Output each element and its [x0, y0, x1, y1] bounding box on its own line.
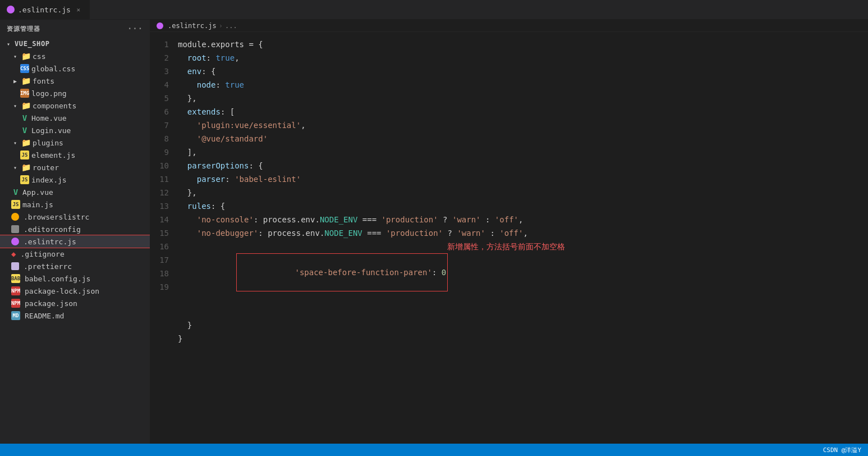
browserslist-icon: [11, 213, 19, 221]
chevron-down-icon: ▾: [11, 102, 19, 110]
sidebar-item-label: components: [33, 102, 76, 110]
sidebar-item-router-index[interactable]: JS index.js: [0, 174, 150, 186]
breadcrumb: .eslintrc.js › ...: [150, 20, 868, 32]
sidebar-more-icon[interactable]: ···: [127, 24, 143, 33]
prettier-icon: [11, 262, 19, 270]
code-line: }: [178, 332, 857, 345]
main-layout: 资源管理器 ··· ▾ VUE_SHOP ▾ 📁 css CSS global.…: [0, 20, 868, 444]
sidebar-item-logo[interactable]: IMG logo.png: [0, 87, 150, 99]
sidebar-item-label: router: [33, 163, 59, 172]
sidebar-item-login-vue[interactable]: V Login.vue: [0, 124, 150, 136]
sidebar-item-label: index.js: [31, 176, 67, 184]
npm-icon: NPM: [11, 299, 20, 308]
code-line: },: [178, 92, 857, 105]
editorconfig-icon: [11, 225, 19, 233]
sidebar-item-label: App.vue: [22, 188, 53, 197]
tabs-bar: .eslintrc.js ✕: [0, 0, 868, 20]
code-line: parserOptions: {: [178, 159, 857, 172]
sidebar-item-router-folder[interactable]: ▾ 📁 router: [0, 161, 150, 174]
js-file-icon: JS: [20, 175, 29, 184]
sidebar-item-main-js[interactable]: JS main.js: [0, 198, 150, 211]
sidebar-header: 资源管理器 ···: [0, 20, 150, 38]
md-icon: MD: [11, 311, 20, 320]
chevron-down-icon: ▾: [4, 40, 12, 48]
breadcrumb-eslint-icon: [157, 22, 163, 29]
status-bar: CSDN @洋溢Y: [0, 444, 868, 456]
sidebar-item-babel-config[interactable]: BAB babel.config.js: [0, 272, 150, 285]
sidebar-item-home-vue[interactable]: V Home.vue: [0, 112, 150, 124]
sidebar-item-label: .eslintrc.js: [24, 238, 76, 246]
sidebar-item-label: main.js: [22, 200, 53, 209]
code-line: 'no-debugger': process.env.NODE_ENV === …: [178, 226, 857, 240]
sidebar-item-editorconfig[interactable]: .editorconfig: [0, 223, 150, 235]
code-line: module.exports = {: [178, 38, 857, 51]
breadcrumb-path: ...: [225, 22, 237, 30]
tab-eslintrc[interactable]: .eslintrc.js ✕: [0, 0, 90, 20]
sidebar-item-label: element.js: [31, 151, 75, 159]
folder-icon: 📁: [21, 163, 30, 172]
code-line: extends: [: [178, 105, 857, 118]
code-line: parser: 'babel-eslint': [178, 172, 857, 186]
root-label: VUE_SHOP: [15, 40, 50, 48]
sidebar-item-label: .gitignore: [20, 250, 64, 258]
sidebar-item-label: README.md: [25, 312, 64, 320]
chevron-down-icon: ▾: [11, 52, 19, 60]
code-content: module.exports = { root: true, env: { no…: [178, 37, 868, 444]
npm-icon: NPM: [11, 286, 20, 295]
sidebar-item-label: package.json: [25, 299, 77, 308]
code-editor[interactable]: 12345 678910 1112131415 16171819 module.…: [150, 32, 868, 444]
sidebar-item-package-json[interactable]: NPM package.json: [0, 297, 150, 309]
vue-file-icon: V: [20, 113, 29, 122]
image-file-icon: IMG: [20, 89, 29, 98]
sidebar: 资源管理器 ··· ▾ VUE_SHOP ▾ 📁 css CSS global.…: [0, 20, 150, 444]
sidebar-item-element-js[interactable]: JS element.js: [0, 149, 150, 161]
sidebar-item-package-lock[interactable]: NPM package-lock.json: [0, 285, 150, 297]
code-line: [178, 345, 857, 359]
code-line: ],: [178, 145, 857, 159]
sidebar-root[interactable]: ▾ VUE_SHOP: [0, 38, 150, 50]
vue-file-icon: V: [20, 126, 29, 135]
git-icon: ◆: [11, 249, 16, 258]
sidebar-item-eslintrc[interactable]: .eslintrc.js: [0, 235, 150, 248]
js-file-icon: JS: [11, 200, 20, 209]
code-line: 'no-console': process.env.NODE_ENV === '…: [178, 213, 857, 226]
vue-file-icon: V: [11, 188, 20, 197]
sidebar-item-label: css: [33, 52, 45, 61]
code-line: 'plugin:vue/essential',: [178, 118, 857, 132]
credit-text: CSDN @洋溢Y: [823, 446, 861, 454]
sidebar-item-readme[interactable]: MD README.md: [0, 309, 150, 322]
folder-icon: 📁: [21, 101, 30, 110]
sidebar-item-label: global.css: [31, 65, 75, 73]
sidebar-item-plugins-folder[interactable]: ▾ 📁 plugins: [0, 136, 150, 149]
sidebar-item-gitignore[interactable]: ◆ .gitignore: [0, 248, 150, 260]
sidebar-item-fonts-folder[interactable]: ▶ 📁 fonts: [0, 75, 150, 87]
sidebar-item-app-vue[interactable]: V App.vue: [0, 186, 150, 198]
sidebar-item-label: package-lock.json: [25, 287, 99, 295]
chevron-right-icon: ▶: [11, 77, 19, 85]
sidebar-item-label: .editorconfig: [24, 225, 81, 234]
code-line: },: [178, 186, 857, 199]
sidebar-item-components-folder[interactable]: ▾ 📁 components: [0, 99, 150, 112]
chevron-down-icon: ▾: [11, 139, 19, 147]
code-line: env: {: [178, 65, 857, 78]
editor-area: .eslintrc.js › ... 12345 678910 11121314…: [150, 20, 868, 444]
sidebar-item-prettierrc[interactable]: .prettierrc: [0, 260, 150, 272]
code-line: rules: {: [178, 199, 857, 213]
sidebar-item-css-folder[interactable]: ▾ 📁 css: [0, 50, 150, 62]
sidebar-item-label: Login.vue: [31, 126, 71, 135]
folder-icon: 📁: [21, 52, 30, 61]
sidebar-item-global-css[interactable]: CSS global.css: [0, 62, 150, 75]
sidebar-item-browserslistrc[interactable]: .browserslistrc: [0, 211, 150, 223]
tab-close-button[interactable]: ✕: [74, 5, 83, 14]
code-line: }: [178, 318, 857, 332]
code-line: '@vue/standard': [178, 132, 857, 145]
sidebar-item-label: logo.png: [31, 89, 67, 98]
line-numbers: 12345 678910 1112131415 16171819: [150, 37, 178, 444]
breadcrumb-sep: ›: [219, 22, 223, 30]
eslint-file-icon: [11, 238, 19, 245]
sidebar-item-label: .prettierrc: [24, 262, 72, 271]
code-line: root: true,: [178, 51, 857, 65]
sidebar-item-label: babel.config.js: [25, 275, 90, 283]
code-line-highlighted: 'space-before-function-paren': 0 新增属性，方法…: [178, 240, 857, 318]
js-file-icon: JS: [20, 151, 29, 159]
